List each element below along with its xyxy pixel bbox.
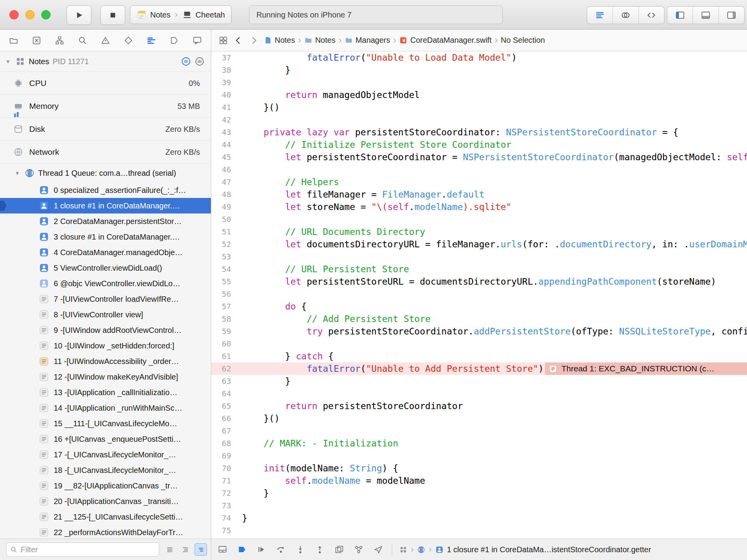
code-line-72[interactable]: 72} xyxy=(211,487,747,499)
stack-frame-21[interactable]: 21 __125-[_UICanvasLifecycleSetti… xyxy=(0,509,211,525)
line-number[interactable]: 51 xyxy=(211,226,231,238)
process-row[interactable]: ▼ Notes PID 11271 xyxy=(0,51,211,72)
back-button[interactable] xyxy=(233,35,244,46)
thread-row[interactable]: ▼ Thread 1 Queue: com.a…thread (serial) xyxy=(0,163,211,182)
simulate-location-button[interactable] xyxy=(372,542,385,557)
breadcrumb-item[interactable]: CoreDataManager.swift xyxy=(399,36,491,45)
thread-view-toggle-button[interactable] xyxy=(195,56,205,66)
line-number[interactable]: 49 xyxy=(211,201,231,213)
memory-graph-button[interactable] xyxy=(352,542,365,557)
tab-breakpoint-navigator[interactable] xyxy=(167,33,182,48)
code-line-75[interactable]: 75 xyxy=(211,524,747,537)
step-into-button[interactable] xyxy=(294,542,307,557)
line-number[interactable]: 63 xyxy=(211,375,231,387)
code-line-42[interactable]: 42 xyxy=(211,114,747,126)
line-number[interactable]: 58 xyxy=(211,313,231,325)
stack-frame-11[interactable]: 11 -[UIWindowAccessibility _order… xyxy=(0,354,211,369)
gauge-row-disk[interactable]: DiskZero KB/s xyxy=(0,117,211,140)
line-number[interactable]: 74 xyxy=(211,512,231,524)
line-number[interactable]: 42 xyxy=(211,114,231,126)
step-out-button[interactable] xyxy=(313,542,326,557)
navigator-panel-button[interactable] xyxy=(667,7,693,24)
stack-frame-12[interactable]: 12 -[UIWindow makeKeyAndVisible] xyxy=(0,369,211,385)
inspector-panel-button[interactable] xyxy=(719,7,744,24)
code-line-54[interactable]: 54// URL Persistent Store xyxy=(211,263,747,275)
breadcrumb-item[interactable]: No Selection xyxy=(501,36,545,45)
list-flat-button[interactable] xyxy=(163,543,176,556)
tab-find-navigator[interactable] xyxy=(75,33,90,48)
line-number[interactable]: 65 xyxy=(211,400,231,412)
stack-frame-6[interactable]: 6 @objc ViewController.viewDidLo… xyxy=(0,276,211,291)
line-number[interactable]: 73 xyxy=(211,499,231,512)
line-number[interactable]: 56 xyxy=(211,288,231,300)
tab-source-control-navigator[interactable] xyxy=(29,33,44,48)
code-line-48[interactable]: 48let fileManager = FileManager.default xyxy=(211,188,747,201)
zoom-window-button[interactable] xyxy=(41,10,51,19)
line-number[interactable]: 50 xyxy=(211,213,231,226)
line-number[interactable]: 54 xyxy=(211,263,231,275)
filter-input[interactable]: Filter xyxy=(6,542,159,556)
code-line-39[interactable]: 39 xyxy=(211,76,747,89)
tab-test-navigator[interactable] xyxy=(121,33,136,48)
line-number[interactable]: 60 xyxy=(211,338,231,350)
line-number[interactable]: 38 xyxy=(211,64,231,76)
step-over-button[interactable] xyxy=(274,542,288,557)
code-line-61[interactable]: 61} catch { xyxy=(211,350,747,362)
line-number[interactable]: 68 xyxy=(211,437,231,450)
debug-jump-bar[interactable]: ›› 1 closure #1 in CoreDataMa…istentStor… xyxy=(399,544,651,555)
scheme-selector[interactable]: Notes › Cheetah xyxy=(130,5,231,24)
version-editor-button[interactable] xyxy=(639,7,664,24)
tab-issue-navigator[interactable] xyxy=(98,33,113,48)
activate-breakpoints-button[interactable] xyxy=(235,542,249,557)
line-number[interactable]: 37 xyxy=(211,51,231,64)
code-line-56[interactable]: 56 xyxy=(211,288,747,300)
line-number[interactable]: 41 xyxy=(211,101,231,114)
line-number[interactable]: 45 xyxy=(211,151,231,163)
gauge-row-memory[interactable]: Memory53 MB xyxy=(0,94,211,117)
code-line-63[interactable]: 63} xyxy=(211,375,747,387)
line-number[interactable]: 59 xyxy=(211,325,231,338)
code-line-65[interactable]: 65return persistentStoreCoordinator xyxy=(211,400,747,412)
stack-frame-14[interactable]: 14 -[UIApplication _runWithMainSc… xyxy=(0,400,211,416)
code-line-41[interactable]: 41}() xyxy=(211,101,747,114)
code-line-40[interactable]: 40return managedObjectModel xyxy=(211,89,747,101)
stack-frame-1[interactable]: 1 closure #1 in CoreDataManager.… xyxy=(0,198,211,214)
debug-panel-button[interactable] xyxy=(693,7,719,24)
line-number[interactable]: 75 xyxy=(211,524,231,537)
code-line-59[interactable]: 59try persistentStoreCoordinator.addPers… xyxy=(211,325,747,338)
code-line-70[interactable]: 70init(modelName: String) { xyxy=(211,462,747,474)
code-line-67[interactable]: 67 xyxy=(211,425,747,437)
code-line-43[interactable]: 43private lazy var persistentStoreCoordi… xyxy=(211,126,747,138)
line-number[interactable]: 44 xyxy=(211,138,231,151)
minimize-window-button[interactable] xyxy=(25,10,35,19)
code-line-58[interactable]: 58// Add Persistent Store xyxy=(211,313,747,325)
breadcrumb-item[interactable]: Notes xyxy=(304,36,335,45)
code-line-60[interactable]: 60 xyxy=(211,338,747,350)
stack-frame-4[interactable]: 4 CoreDataManager.managedObje… xyxy=(0,245,211,260)
stack-frame-7[interactable]: 7 -[UIViewController loadViewIfRe… xyxy=(0,291,211,307)
stack-frame-16[interactable]: 16 +[UICanvas _enqueuePostSetti… xyxy=(0,431,211,447)
stack-frame-15[interactable]: 15 __111-[_UICanvasLifecycleMo… xyxy=(0,416,211,431)
code-line-37[interactable]: 37fatalError("Unable to Load Data Model"… xyxy=(211,51,747,64)
stack-frame-8[interactable]: 8 -[UIViewController view] xyxy=(0,307,211,322)
line-number[interactable]: 70 xyxy=(211,462,231,474)
line-number[interactable]: 52 xyxy=(211,238,231,250)
line-number[interactable]: 53 xyxy=(211,250,231,263)
forward-button[interactable] xyxy=(249,35,259,46)
code-line-51[interactable]: 51// URL Documents Directory xyxy=(211,226,747,238)
line-number[interactable]: 43 xyxy=(211,126,231,138)
list-compact-button[interactable] xyxy=(195,543,207,556)
code-line-55[interactable]: 55let persistentStoreURL = documentsDire… xyxy=(211,275,747,288)
code-line-52[interactable]: 52let documentsDirectoryURL = fileManage… xyxy=(211,238,747,250)
stack-frame-13[interactable]: 13 -[UIApplication _callInitializatio… xyxy=(0,385,211,400)
code-line-64[interactable]: 64 xyxy=(211,387,747,400)
debug-area-toggle-button[interactable] xyxy=(216,542,229,557)
line-number[interactable]: 40 xyxy=(211,89,231,101)
gauge-row-cpu[interactable]: CPU0% xyxy=(0,72,211,94)
line-number[interactable]: 47 xyxy=(211,176,231,188)
view-hierarchy-button[interactable] xyxy=(333,542,346,557)
pause-process-button[interactable] xyxy=(181,56,191,66)
code-line-50[interactable]: 50 xyxy=(211,213,747,226)
line-number[interactable]: 67 xyxy=(211,425,231,437)
code-line-69[interactable]: 69 xyxy=(211,450,747,462)
